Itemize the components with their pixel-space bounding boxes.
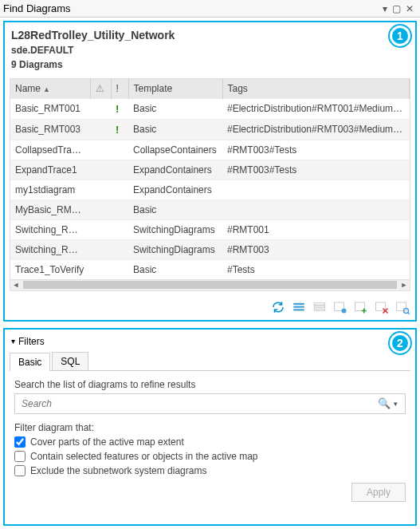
filter-group-label: Filter diagram that: (14, 422, 406, 433)
table-row[interactable]: MyBasic_RMT003Basic (10, 199, 410, 219)
results-toolbar (10, 299, 410, 315)
check-row-exclude: Exclude the subnetwork system diagrams (14, 465, 406, 476)
filters-header[interactable]: ▾ Filters (10, 334, 410, 352)
search-row: 🔍 ▾ (14, 393, 406, 414)
cell-template: ExpandContainers (128, 180, 222, 199)
svg-rect-1 (293, 306, 304, 307)
cell-template: ExpandContainers (128, 160, 222, 180)
col-header-warning[interactable]: ⚠ (90, 79, 111, 98)
col-header-template[interactable]: Template (128, 79, 222, 98)
dropdown-icon[interactable]: ▾ (383, 4, 387, 14)
cell-warning (90, 140, 111, 160)
cell-tags: #RMT003#Tests (222, 160, 410, 180)
refresh-button[interactable] (270, 299, 286, 315)
cell-name: CollapsedTrace1 (10, 140, 90, 160)
search-dropdown-icon[interactable]: ▾ (394, 400, 405, 408)
table-row[interactable]: Switching_RMT001SwitchingDiagrams#RMT001 (10, 219, 410, 239)
table-row[interactable]: CollapsedTrace1CollapseContainers#RMT003… (10, 140, 410, 160)
search-input[interactable] (15, 398, 375, 409)
cell-exclamation (111, 259, 128, 279)
svg-rect-2 (293, 309, 304, 310)
cell-tags: #Tests (222, 259, 410, 279)
cell-template: Basic (128, 199, 222, 219)
cell-warning (90, 119, 111, 140)
table-header-row: Name▲ ⚠ ! Template Tags (10, 79, 410, 98)
apply-button[interactable]: Apply (351, 483, 406, 502)
diagram-table: Name▲ ⚠ ! Template Tags Basic_RMT001!Bas… (10, 78, 410, 291)
check-selected[interactable] (14, 451, 26, 462)
open-diagram-button[interactable] (332, 299, 348, 315)
svg-rect-0 (293, 302, 304, 304)
table-row[interactable]: Basic_RMT001!Basic#ElectricDistribution#… (10, 98, 410, 119)
cell-tags (222, 199, 410, 219)
cell-warning (90, 219, 111, 239)
cell-name: Trace1_ToVerify (10, 259, 90, 279)
cell-warning (90, 259, 111, 279)
check-row-extent: Cover parts of the active map extent (14, 436, 406, 448)
table-row[interactable]: ExpandTrace1ExpandContainers#RMT003#Test… (10, 160, 410, 180)
scroll-left-icon[interactable]: ◄ (10, 281, 22, 289)
check-row-selected: Contain selected features or objects in … (14, 451, 406, 462)
cell-warning (90, 160, 111, 180)
results-section: 1 L28RedTrolley_Utility_Network sde.DEFA… (3, 21, 417, 322)
cell-template: CollapseContainers (128, 140, 222, 160)
scrollbar-thumb[interactable] (23, 281, 397, 289)
cell-exclamation (111, 219, 128, 239)
check-selected-label: Contain selected features or objects in … (30, 451, 258, 462)
svg-rect-5 (314, 309, 325, 310)
table-row[interactable]: my1stdiagramExpandContainers (10, 180, 410, 199)
cell-warning (90, 239, 111, 259)
search-label: Search the list of diagrams to refine re… (14, 379, 406, 390)
cell-template: Basic (128, 98, 222, 119)
check-exclude[interactable] (14, 465, 26, 476)
svg-rect-8 (355, 302, 365, 311)
tab-sql[interactable]: SQL (52, 352, 88, 370)
select-all-button[interactable] (291, 299, 307, 315)
zoom-to-diagram-button[interactable] (394, 299, 410, 315)
cell-tags: #RMT001 (222, 219, 410, 239)
diagram-count: 9 Diagrams (11, 59, 410, 70)
svg-rect-3 (314, 302, 325, 304)
cell-name: Switching_RMT001 (10, 219, 90, 239)
cell-tags (222, 180, 410, 199)
tab-basic[interactable]: Basic (10, 353, 50, 371)
search-icon[interactable]: 🔍 (375, 397, 394, 409)
cell-name: ExpandTrace1 (10, 160, 90, 180)
cell-template: SwitchingDiagrams (128, 219, 222, 239)
cell-warning (90, 199, 111, 219)
network-name: L28RedTrolley_Utility_Network (11, 29, 410, 41)
filter-tabs: Basic SQL (10, 352, 410, 371)
table-row[interactable]: Basic_RMT003!Basic#ElectricDistribution#… (10, 119, 410, 140)
add-diagram-button[interactable] (353, 299, 369, 315)
cell-name: MyBasic_RMT003 (10, 199, 90, 219)
window-controls: ▾ ▢ ✕ (383, 4, 417, 14)
geodatabase-name: sde.DEFAULT (11, 45, 410, 56)
cell-warning (90, 180, 111, 199)
svg-rect-4 (314, 306, 325, 307)
horizontal-scrollbar[interactable]: ◄ ► (10, 279, 410, 290)
cell-template: Basic (128, 259, 222, 279)
scroll-right-icon[interactable]: ► (398, 281, 410, 289)
chevron-down-icon: ▾ (11, 337, 15, 345)
col-header-exclamation[interactable]: ! (111, 79, 128, 98)
table-row[interactable]: Trace1_ToVerifyBasic#Tests (10, 259, 410, 279)
cell-tags: #RMT003#Tests (222, 140, 410, 160)
cell-exclamation: ! (111, 98, 128, 119)
check-extent[interactable] (14, 436, 26, 448)
remove-diagram-button[interactable] (374, 299, 390, 315)
close-icon[interactable]: ✕ (406, 4, 414, 14)
cell-exclamation (111, 180, 128, 199)
col-header-name[interactable]: Name▲ (10, 79, 90, 98)
check-extent-label: Cover parts of the active map extent (30, 436, 184, 448)
table-row[interactable]: Switching_RMT003SwitchingDiagrams#RMT003 (10, 239, 410, 259)
col-header-tags[interactable]: Tags (222, 79, 410, 98)
cell-name: Basic_RMT001 (10, 98, 90, 119)
cell-tags: #ElectricDistribution#RMT001#Medium Volt… (222, 98, 410, 119)
filters-section: 2 ▾ Filters Basic SQL Search the list of… (3, 328, 417, 527)
cell-tags: #ElectricDistribution#RMT003#Medium Volt… (222, 119, 410, 140)
svg-point-7 (342, 308, 347, 313)
maximize-icon[interactable]: ▢ (392, 4, 401, 14)
cell-template: Basic (128, 119, 222, 140)
cell-name: Basic_RMT003 (10, 119, 90, 140)
clear-selection-button[interactable] (312, 299, 328, 315)
